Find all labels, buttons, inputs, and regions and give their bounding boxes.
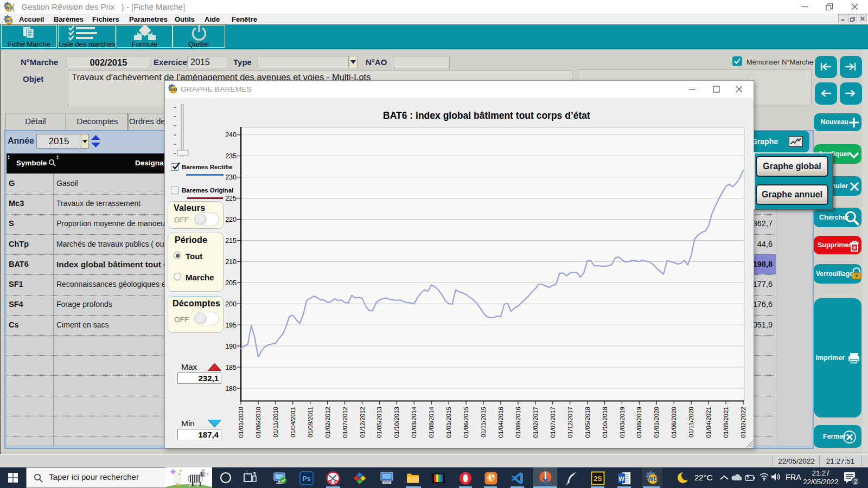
svg-text:01/05/2018: 01/05/2018 [584,407,591,438]
svg-text:195: 195 [225,322,237,329]
svg-text:01/04/2011: 01/04/2011 [290,407,296,438]
svg-text:2S: 2S [593,475,602,483]
svg-text:WD: WD [170,87,177,92]
svg-text:01/02/2017: 01/02/2017 [532,407,539,438]
svg-text:01/03/2019: 01/03/2019 [619,407,626,438]
svg-text:01/06/2010: 01/06/2010 [255,407,261,438]
svg-text:01/08/2019: 01/08/2019 [636,407,642,438]
svg-text:01/05/2013: 01/05/2013 [376,407,382,438]
svg-text:215: 215 [225,237,237,245]
svg-text:01/11/2020: 01/11/2020 [688,407,694,438]
svg-text:01/11/2010: 01/11/2010 [272,407,279,438]
svg-text:225: 225 [225,195,237,202]
svg-text:01/09/2011: 01/09/2011 [307,407,314,438]
svg-text:220: 220 [225,216,237,223]
svg-text:01/12/2017: 01/12/2017 [567,407,573,438]
svg-text:01/10/2013: 01/10/2013 [393,407,400,438]
svg-text:BAT6 : index global bâtiment t: BAT6 : index global bâtiment tout corps … [383,110,590,121]
svg-text:01/08/2014: 01/08/2014 [428,406,435,438]
svg-text:WD: WD [5,18,12,23]
svg-text:235: 235 [225,152,237,160]
svg-text:01/01/2010: 01/01/2010 [238,407,244,438]
svg-text:01/02/2022: 01/02/2022 [740,407,746,438]
svg-text:01/04/2016: 01/04/2016 [497,407,504,438]
svg-text:01/07/2012: 01/07/2012 [342,407,348,438]
svg-text:01/06/2015: 01/06/2015 [463,407,469,438]
svg-text:01/10/2018: 01/10/2018 [602,407,608,438]
svg-text:190: 190 [225,343,237,350]
svg-text:180: 180 [225,385,237,393]
svg-text:01/04/2021: 01/04/2021 [705,407,712,438]
svg-text:205: 205 [225,279,237,287]
svg-text:01/07/2017: 01/07/2017 [550,407,556,438]
svg-text:210: 210 [225,258,237,266]
svg-text:240: 240 [225,131,237,139]
svg-text:01/01/2015: 01/01/2015 [445,407,452,438]
svg-text:01/09/2021: 01/09/2021 [723,407,729,438]
svg-text:WD: WD [5,5,12,10]
svg-text:01/03/2014: 01/03/2014 [411,406,417,438]
svg-text:W: W [618,476,624,482]
svg-text:01/02/2012: 01/02/2012 [324,407,331,438]
svg-text:230: 230 [225,174,237,181]
svg-text:2: 2 [854,478,857,485]
svg-text:01/06/2020: 01/06/2020 [671,407,677,438]
svg-text:200: 200 [225,300,237,308]
svg-text:01/12/2012: 01/12/2012 [359,407,366,438]
svg-text:01/01/2020: 01/01/2020 [653,407,660,438]
svg-text:01/09/2016: 01/09/2016 [515,407,521,438]
svg-text:01/11/2015: 01/11/2015 [480,407,487,438]
svg-text:Ps: Ps [303,475,311,483]
svg-text:185: 185 [225,364,237,371]
svg-text:WD: WD [648,476,658,482]
